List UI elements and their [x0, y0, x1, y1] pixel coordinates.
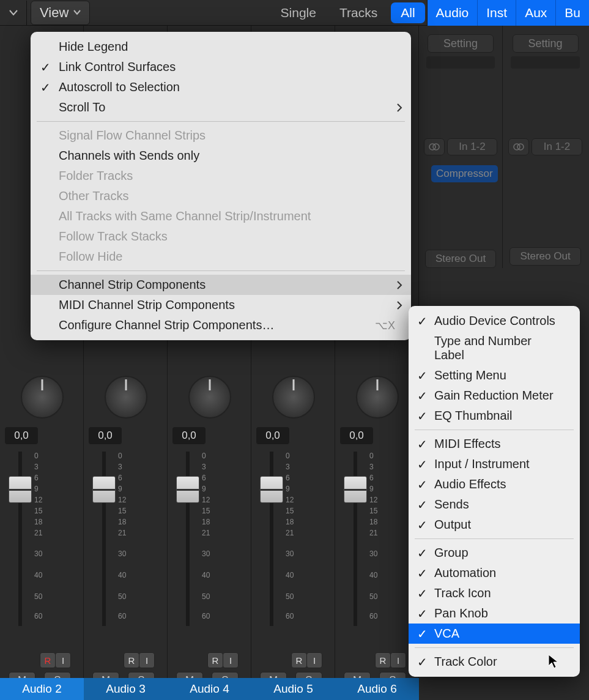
- menu-item[interactable]: Scroll To: [31, 97, 411, 117]
- submenu-item[interactable]: ✓Input / Instrument: [409, 454, 580, 474]
- scale-tick: 18: [202, 518, 210, 526]
- menu-item[interactable]: MIDI Channel Strip Components: [31, 295, 411, 315]
- filter-inst[interactable]: Inst: [478, 0, 516, 26]
- scale-tick: 50: [369, 592, 377, 601]
- menu-item[interactable]: Hide Legend: [31, 37, 411, 57]
- record-enable-button[interactable]: R: [124, 652, 139, 668]
- checkmark-icon: ✓: [417, 437, 428, 452]
- filter-audio[interactable]: Audio: [428, 0, 478, 26]
- scale-tick: 6: [118, 474, 122, 482]
- submenu-item[interactable]: ✓Setting Menu: [409, 365, 580, 385]
- scale-tick: 60: [34, 612, 42, 620]
- scale-tick: 50: [286, 592, 294, 601]
- record-enable-button[interactable]: R: [40, 652, 56, 668]
- input-monitor-button[interactable]: I: [55, 652, 71, 668]
- track-name[interactable]: Audio 3: [84, 678, 168, 700]
- fader[interactable]: 03691215182130405060: [168, 452, 251, 626]
- scale-tick: 50: [202, 592, 210, 601]
- checkmark-icon: ✓: [417, 497, 428, 512]
- menu-item[interactable]: ✓Autoscroll to Selection: [31, 77, 411, 97]
- submenu-item[interactable]: ✓Pan Knob: [409, 603, 580, 624]
- fader[interactable]: 03691215182130405060: [84, 452, 168, 626]
- menu-item-label: All Tracks with Same Channel Strip/Instr…: [59, 209, 311, 223]
- input-monitor-button[interactable]: I: [139, 652, 155, 668]
- record-enable-button[interactable]: R: [375, 652, 391, 668]
- submenu-item[interactable]: ✓Sends: [409, 494, 580, 515]
- tab-all[interactable]: All: [391, 2, 424, 23]
- menu-separator: [37, 270, 405, 271]
- submenu-item[interactable]: ✓Track Icon: [409, 583, 580, 603]
- tab-tracks[interactable]: Tracks: [330, 2, 387, 23]
- scale-tick: 18: [286, 518, 294, 526]
- fader[interactable]: 03691215182130405060: [0, 452, 84, 626]
- scale-tick: 40: [369, 571, 377, 579]
- track-name[interactable]: Audio 5: [251, 678, 335, 700]
- chevron-right-icon: [396, 301, 402, 310]
- record-input-buttons: RI: [208, 652, 239, 668]
- menu-item[interactable]: Channels with Sends only: [31, 146, 411, 166]
- filter-aux[interactable]: Aux: [516, 0, 556, 26]
- menu-item-label: Signal Flow Channel Strips: [59, 128, 206, 143]
- checkmark-icon: ✓: [417, 518, 428, 532]
- checkmark-icon: ✓: [417, 655, 428, 669]
- record-enable-button[interactable]: R: [207, 652, 223, 668]
- menu-shortcut: ⌥X: [357, 319, 395, 332]
- menu-item-label: Channel Strip Components: [59, 278, 206, 292]
- submenu-item[interactable]: ✓Group: [409, 543, 580, 563]
- pan-value: 0,0: [172, 427, 206, 444]
- scale-tick: 12: [369, 496, 377, 504]
- input-monitor-button[interactable]: I: [390, 652, 406, 668]
- track-name[interactable]: Audio 4: [168, 678, 251, 700]
- pan-knob[interactable]: [272, 376, 315, 419]
- checkmark-icon: ✓: [40, 80, 51, 95]
- submenu-item[interactable]: ✓EQ Thumbnail: [409, 406, 580, 426]
- menu-item[interactable]: Configure Channel Strip Components…⌥X: [31, 315, 411, 335]
- tab-single[interactable]: Single: [271, 2, 326, 23]
- toolbar-left: View: [0, 1, 90, 25]
- submenu-item[interactable]: ✓Audio Device Controls: [409, 311, 580, 331]
- track-name[interactable]: Audio 2: [0, 678, 84, 700]
- fader[interactable]: 03691215182130405060: [251, 452, 335, 626]
- pan-knob[interactable]: [356, 376, 399, 419]
- menu-item[interactable]: ✓Link Control Surfaces: [31, 57, 411, 77]
- submenu-item-label: Track Icon: [434, 586, 491, 600]
- filter-bus[interactable]: Bu: [556, 0, 589, 26]
- input-monitor-button[interactable]: I: [306, 652, 322, 668]
- submenu-item[interactable]: ✓Gain Reduction Meter: [409, 385, 580, 406]
- scale-tick: 12: [286, 496, 294, 504]
- scale-tick: 40: [286, 571, 294, 579]
- chevron-right-icon: [396, 281, 402, 289]
- menu-item-label: Follow Hide: [59, 250, 122, 264]
- scale-tick: 30: [202, 549, 210, 558]
- fader[interactable]: 03691215182130405060: [335, 452, 419, 626]
- menu-dropdown-button[interactable]: [0, 1, 27, 25]
- submenu-item-label: Automation: [434, 566, 496, 579]
- submenu-item[interactable]: ✓Automation: [409, 563, 580, 583]
- submenu-item-label: Gain Reduction Meter: [434, 389, 554, 402]
- record-enable-button[interactable]: R: [291, 652, 307, 668]
- view-menu-label: View: [40, 5, 69, 21]
- pan-knob[interactable]: [21, 376, 64, 419]
- view-menu-button[interactable]: View: [31, 1, 90, 25]
- submenu-item[interactable]: ✓Output: [409, 515, 580, 535]
- input-monitor-button[interactable]: I: [223, 652, 239, 668]
- menu-item[interactable]: Channel Strip Components: [31, 275, 411, 295]
- submenu-item[interactable]: Type and Number Label: [409, 331, 580, 365]
- pan-knob[interactable]: [105, 376, 147, 419]
- pan-value: 0,0: [89, 427, 122, 444]
- checkmark-icon: ✓: [417, 566, 428, 581]
- filter-tabs: Audio Inst Aux Bu: [427, 0, 589, 26]
- scale-tick: 0: [118, 452, 122, 460]
- menu-item: Follow Track Stacks: [31, 226, 411, 247]
- scale-tick: 12: [34, 496, 42, 504]
- scale-tick: 40: [34, 571, 42, 579]
- scale-tick: 0: [202, 452, 206, 460]
- submenu-item[interactable]: ✓VCA: [409, 624, 580, 644]
- submenu-item[interactable]: ✓MIDI Effects: [409, 434, 580, 454]
- pan-knob[interactable]: [188, 376, 231, 419]
- menu-item-label: Other Tracks: [59, 189, 128, 203]
- submenu-item[interactable]: ✓Audio Effects: [409, 474, 580, 494]
- track-name[interactable]: Audio 6: [335, 678, 419, 700]
- menu-item-label: MIDI Channel Strip Components: [59, 298, 235, 312]
- submenu-item-label: Sends: [434, 497, 469, 511]
